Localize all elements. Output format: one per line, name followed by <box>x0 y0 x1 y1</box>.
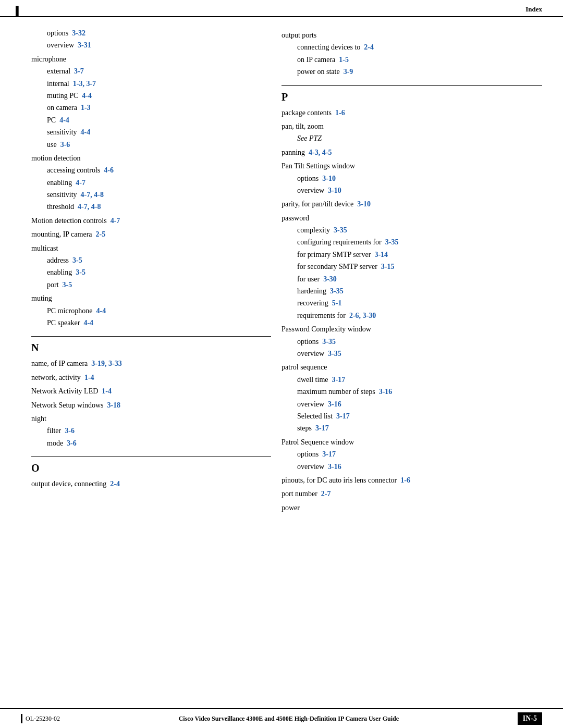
list-item: power on state 3-9 <box>282 66 542 78</box>
list-item: microphone <box>31 54 271 65</box>
list-item: options 3-10 <box>282 173 542 184</box>
list-item: threshold 4-7, 4-8 <box>31 201 271 213</box>
header-index-label: Index <box>525 5 542 14</box>
list-item: hardening 3-35 <box>282 286 542 297</box>
left-bar-marker: ▌ <box>16 6 21 16</box>
list-item: Network Setup windows 3-18 <box>31 400 271 411</box>
list-item: PC speaker 4-4 <box>31 317 271 329</box>
list-item: pan, tilt, zoom <box>282 121 542 132</box>
section-divider-p <box>282 85 542 86</box>
list-item: output device, connecting 2-4 <box>31 478 271 490</box>
list-item: Motion detection controls 4-7 <box>31 215 271 227</box>
list-item: connecting devices to 2-4 <box>282 42 542 53</box>
list-item: muting <box>31 293 271 304</box>
list-item: overview 3-35 <box>282 348 542 360</box>
list-item: night <box>31 413 271 425</box>
section-o-entries: output device, connecting 2-4 <box>31 478 271 490</box>
list-item: multicast <box>31 243 271 254</box>
list-item: enabling 3-5 <box>31 267 271 278</box>
list-item: Selected list 3-17 <box>282 411 542 422</box>
list-item: for secondary SMTP server 3-15 <box>282 261 542 273</box>
list-item: filter 3-6 <box>31 425 271 437</box>
footer-doc-number: OL-25230-02 <box>26 715 60 723</box>
list-item: output ports <box>282 30 542 41</box>
list-item: Network Activity LED 1-4 <box>31 386 271 397</box>
list-item: motion detection <box>31 153 271 164</box>
list-item: mode 3-6 <box>31 438 271 449</box>
left-pre-n-entries: options 3-32 overview 3-31 microphone ex… <box>31 28 271 329</box>
list-item: overview 3-16 <box>282 399 542 410</box>
list-item: panning 4-3, 4-5 <box>282 147 542 158</box>
section-divider-o <box>31 456 271 457</box>
list-item: PC microphone 4-4 <box>31 305 271 317</box>
list-item: overview 3-10 <box>282 185 542 196</box>
list-item: overview 3-16 <box>282 461 542 473</box>
list-item: Password Complexity window <box>282 324 542 335</box>
list-item: power <box>282 502 542 514</box>
list-item: requirements for 2-6, 3-30 <box>282 310 542 322</box>
list-item: options 3-35 <box>282 336 542 348</box>
section-letter-o: O <box>31 462 271 474</box>
list-item: pinouts, for DC auto iris lens connector… <box>282 475 542 486</box>
footer-left-bar <box>21 714 22 723</box>
list-item: external 3-7 <box>31 66 271 77</box>
footer: OL-25230-02 Cisco Video Surveillance 430… <box>0 708 563 728</box>
list-item: password <box>282 213 542 224</box>
list-item: overview 3-31 <box>31 40 271 51</box>
list-item: Pan Tilt Settings window <box>282 161 542 172</box>
footer-left: OL-25230-02 <box>21 714 60 723</box>
list-item: enabling 4-7 <box>31 177 271 189</box>
list-item: PC 4-4 <box>31 115 271 126</box>
list-item: complexity 3-35 <box>282 225 542 236</box>
list-item: options 3-17 <box>282 449 542 460</box>
left-column: options 3-32 overview 3-31 microphone ex… <box>31 28 271 514</box>
list-item: muting PC 4-4 <box>31 90 271 102</box>
list-item: patrol sequence <box>282 362 542 373</box>
list-item: sensitivity 4-4 <box>31 127 271 138</box>
section-n-entries: name, of IP camera 3-19, 3-33 network, a… <box>31 358 271 449</box>
list-item: port 3-5 <box>31 279 271 291</box>
list-item: See PTZ <box>282 133 542 144</box>
page-container: ▌ Index options 3-32 overview 3-31 micro… <box>0 0 563 728</box>
footer-title: Cisco Video Surveillance 4300E and 4500E… <box>179 715 399 723</box>
list-item: maximum number of steps 3-16 <box>282 386 542 398</box>
list-item: sensitivity 4-7, 4-8 <box>31 189 271 201</box>
list-item: internal 1-3, 3-7 <box>31 78 271 90</box>
list-item: network, activity 1-4 <box>31 372 271 384</box>
list-item: name, of IP camera 3-19, 3-33 <box>31 358 271 369</box>
list-item: for primary SMTP server 3-14 <box>282 249 542 261</box>
list-item: steps 3-17 <box>282 423 542 434</box>
section-letter-n: N <box>31 342 271 354</box>
list-item: Patrol Sequence window <box>282 437 542 448</box>
list-item: package contents 1-6 <box>282 107 542 119</box>
section-p-entries: package contents 1-6 pan, tilt, zoom See… <box>282 107 542 514</box>
main-content: options 3-32 overview 3-31 microphone ex… <box>0 17 563 525</box>
list-item: address 3-5 <box>31 255 271 266</box>
list-item: dwell time 3-17 <box>282 374 542 386</box>
list-item: for user 3-30 <box>282 274 542 285</box>
list-item: configuring requirements for 3-35 <box>282 237 542 248</box>
right-column: output ports connecting devices to 2-4 o… <box>282 28 542 514</box>
list-item: port number 2-7 <box>282 488 542 500</box>
list-item: on camera 1-3 <box>31 102 271 114</box>
section-divider-n <box>31 336 271 337</box>
list-item: use 3-6 <box>31 139 271 151</box>
list-item: options 3-32 <box>31 28 271 39</box>
list-item: accessing controls 4-6 <box>31 165 271 176</box>
top-bar: ▌ Index <box>0 0 563 17</box>
footer-page: IN-5 <box>518 712 542 725</box>
section-letter-p: P <box>282 91 542 103</box>
list-item: parity, for pan/tilt device 3-10 <box>282 199 542 210</box>
list-item: on IP camera 1-5 <box>282 54 542 66</box>
list-item: mounting, IP camera 2-5 <box>31 229 271 240</box>
right-pre-p-entries: output ports connecting devices to 2-4 o… <box>282 30 542 78</box>
list-item: recovering 5-1 <box>282 298 542 309</box>
